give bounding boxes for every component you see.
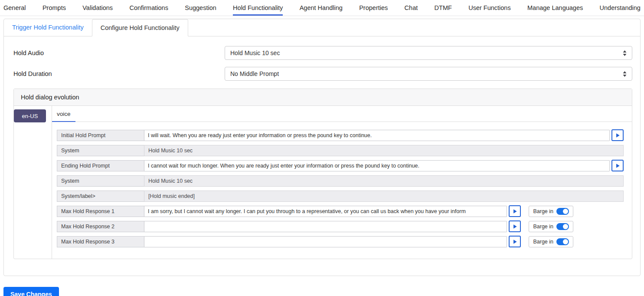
tab-user-functions[interactable]: User Functions — [468, 0, 511, 16]
sub-tabs: Trigger Hold Functionality Configure Hol… — [4, 19, 640, 36]
top-nav: General Prompts Validations Confirmation… — [0, 0, 644, 16]
barge-in-toggle[interactable] — [556, 238, 569, 245]
ending-hold-prompt-input[interactable] — [144, 160, 610, 171]
hold-dialog-evolution-panel: Hold dialog evolution en-US voice Initia… — [13, 89, 632, 259]
play-button[interactable] — [509, 220, 521, 232]
row-label: System — [57, 145, 144, 156]
panel-title: Hold dialog evolution — [14, 89, 632, 106]
row-label: System — [57, 175, 144, 187]
hold-duration-label: Hold Duration — [13, 70, 225, 77]
hold-duration-selected-value: No Middle Prompt — [230, 70, 279, 77]
language-column: en-US — [14, 106, 52, 259]
system-row: System/label> [Hold music ended] — [57, 190, 624, 202]
hold-audio-row: Hold Audio Hold Music 10 sec — [13, 46, 632, 60]
language-badge[interactable]: en-US — [14, 109, 46, 122]
subtab-configure-hold[interactable]: Configure Hold Functionality — [92, 19, 188, 36]
prompt-row-ending-hold: Ending Hold Prompt — [57, 160, 624, 171]
play-button[interactable] — [611, 160, 624, 171]
dialog-content: voice Initial Hold Prompt — [52, 106, 632, 259]
barge-in-label: Barge in — [533, 239, 553, 245]
row-label: Max Hold Response 1 — [57, 206, 144, 217]
subtab-trigger-hold[interactable]: Trigger Hold Functionality — [4, 19, 92, 36]
hold-duration-select[interactable]: No Middle Prompt — [225, 67, 632, 81]
row-label: System/label> — [57, 191, 144, 202]
play-icon — [615, 132, 621, 138]
system-value: [Hold music ended] — [144, 191, 624, 202]
tab-understanding[interactable]: Understanding — [600, 0, 641, 16]
system-row: System Hold Music 10 sec — [57, 145, 624, 156]
play-button[interactable] — [509, 205, 521, 217]
channel-tabs: voice — [52, 106, 632, 122]
hold-audio-select[interactable]: Hold Music 10 sec — [225, 46, 632, 60]
play-icon — [615, 163, 621, 169]
row-label: Max Hold Response 3 — [57, 236, 144, 247]
tab-general[interactable]: General — [3, 0, 26, 16]
hold-audio-selected-value: Hold Music 10 sec — [230, 49, 280, 56]
prompt-row-max-hold-1: Max Hold Response 1 Barge in — [57, 205, 624, 217]
tab-agent-handling[interactable]: Agent Handling — [300, 0, 343, 16]
system-value: Hold Music 10 sec — [144, 175, 624, 187]
system-row: System Hold Music 10 sec — [57, 175, 624, 187]
barge-in-label: Barge in — [533, 224, 553, 230]
hold-duration-row: Hold Duration No Middle Prompt — [13, 67, 632, 81]
play-button[interactable] — [509, 236, 521, 247]
configure-hold-panel: Hold Audio Hold Music 10 sec Hold Durati… — [4, 36, 640, 276]
hold-audio-label: Hold Audio — [13, 49, 225, 56]
prompt-row-initial-hold: Initial Hold Prompt — [57, 129, 624, 141]
initial-hold-prompt-input[interactable] — [144, 130, 610, 141]
barge-in-toggle[interactable] — [556, 223, 569, 230]
play-button[interactable] — [611, 129, 624, 141]
tab-manage-languages[interactable]: Manage Languages — [527, 0, 583, 16]
play-icon — [512, 239, 518, 245]
hold-functionality-card: Trigger Hold Functionality Configure Hol… — [3, 19, 641, 276]
row-label: Initial Hold Prompt — [57, 130, 144, 141]
tab-confirmations[interactable]: Confirmations — [129, 0, 168, 16]
tab-chat[interactable]: Chat — [405, 0, 418, 16]
tab-prompts[interactable]: Prompts — [42, 0, 66, 16]
save-changes-button[interactable]: Save Changes — [3, 287, 59, 296]
barge-in-control: Barge in — [529, 236, 573, 247]
tab-properties[interactable]: Properties — [359, 0, 388, 16]
prompt-row-max-hold-2: Max Hold Response 2 Barge in — [57, 220, 624, 232]
max-hold-response-3-input[interactable] — [144, 236, 507, 247]
dialog-rows: Initial Hold Prompt System Hold Music 10… — [52, 122, 632, 259]
max-hold-response-1-input[interactable] — [144, 206, 507, 217]
max-hold-response-2-input[interactable] — [144, 221, 507, 232]
row-label: Max Hold Response 2 — [57, 221, 144, 232]
barge-in-control: Barge in — [529, 206, 573, 217]
barge-in-label: Barge in — [533, 208, 553, 214]
system-value: Hold Music 10 sec — [144, 145, 624, 156]
tab-validations[interactable]: Validations — [82, 0, 113, 16]
play-icon — [512, 208, 518, 214]
tab-hold-functionality[interactable]: Hold Functionality — [233, 0, 283, 16]
select-arrows-icon — [623, 50, 627, 56]
row-label: Ending Hold Prompt — [57, 160, 144, 171]
tab-voice[interactable]: voice — [52, 107, 75, 122]
tab-suggestion[interactable]: Suggestion — [185, 0, 216, 16]
barge-in-control: Barge in — [529, 221, 573, 232]
panel-body: en-US voice Initial Hold Prompt — [14, 106, 632, 259]
barge-in-toggle[interactable] — [556, 208, 569, 215]
select-arrows-icon — [623, 71, 627, 77]
prompt-row-max-hold-3: Max Hold Response 3 Barge in — [57, 236, 624, 247]
play-icon — [512, 224, 518, 230]
tab-dtmf[interactable]: DTMF — [435, 0, 452, 16]
